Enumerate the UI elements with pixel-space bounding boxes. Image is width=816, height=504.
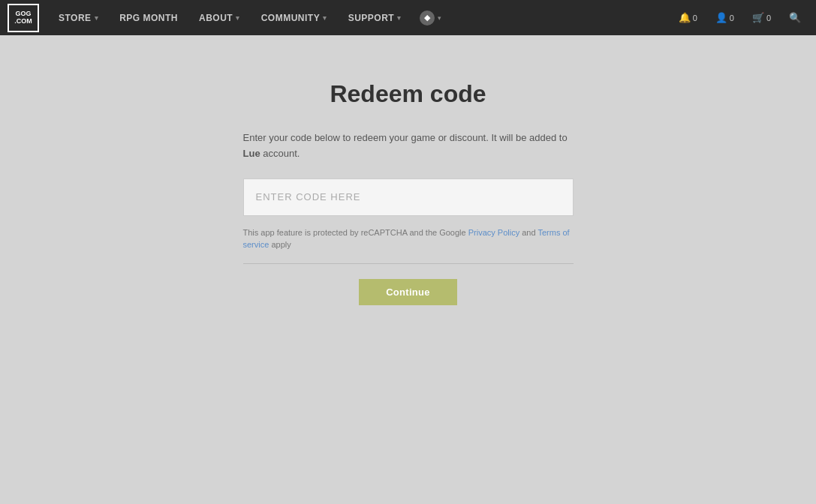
search-button[interactable]: 🔍 (781, 0, 808, 35)
navigation-bar: GOG.COM STORE ▾ RPG MONTH ABOUT ▾ COMMUN… (0, 0, 816, 35)
user-account-button[interactable]: 👤 0 (708, 0, 742, 35)
user-icon: 👤 (715, 12, 727, 23)
code-input[interactable] (243, 178, 574, 216)
nav-right-actions: 🔔 0 👤 0 🛒 0 🔍 (671, 0, 808, 35)
nav-item-rpg-month[interactable]: RPG MONTH (109, 0, 188, 35)
logo[interactable]: GOG.COM (8, 4, 39, 32)
main-content: Redeem code Enter your code below to red… (0, 35, 816, 305)
search-icon: 🔍 (789, 12, 801, 23)
divider (243, 263, 574, 264)
redeem-box: Enter your code below to redeem your gam… (243, 130, 574, 305)
nav-item-community[interactable]: COMMUNITY ▾ (251, 0, 338, 35)
nav-item-support[interactable]: SUPPORT ▾ (338, 0, 412, 35)
bell-icon: 🔔 (679, 12, 691, 23)
chevron-down-icon: ▾ (397, 14, 402, 22)
logo-text: GOG.COM (14, 10, 32, 26)
chevron-down-icon: ▾ (236, 14, 240, 22)
special-icon: ◆ (420, 10, 435, 26)
chevron-down-icon: ▾ (438, 14, 441, 22)
description-text: Enter your code below to redeem your gam… (243, 130, 574, 162)
notifications-button[interactable]: 🔔 0 (671, 0, 705, 35)
nav-item-about[interactable]: ABOUT ▾ (188, 0, 251, 35)
cart-button[interactable]: 🛒 0 (745, 0, 778, 35)
chevron-down-icon: ▾ (95, 14, 99, 22)
nav-links: STORE ▾ RPG MONTH ABOUT ▾ COMMUNITY ▾ SU… (48, 0, 671, 35)
continue-button[interactable]: Continue (359, 279, 457, 305)
recaptcha-notice: This app feature is protected by reCAPTC… (243, 226, 574, 251)
nav-item-special[interactable]: ◆ ▾ (412, 0, 449, 35)
privacy-policy-link[interactable]: Privacy Policy (468, 228, 519, 237)
cart-icon: 🛒 (752, 12, 764, 23)
nav-item-store[interactable]: STORE ▾ (48, 0, 109, 35)
button-wrapper: Continue (243, 279, 574, 305)
chevron-down-icon: ▾ (323, 14, 327, 22)
page-title: Redeem code (330, 80, 486, 108)
